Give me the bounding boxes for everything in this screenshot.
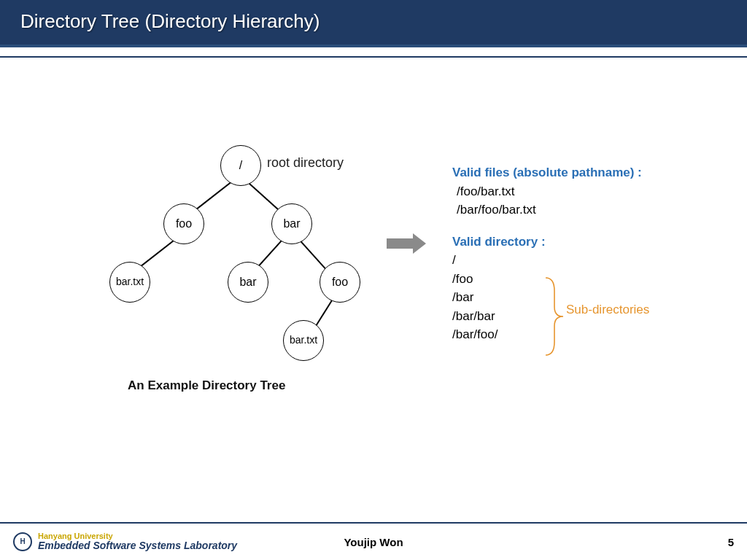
slide-body: / foo bar bar.txt bar foo bar.txt root d… [0, 58, 747, 488]
file-path: /bar/foo/bar.txt [452, 201, 642, 219]
arrow-shaft [387, 238, 413, 249]
arrow-head [413, 233, 426, 254]
file-path: /foo/bar.txt [452, 182, 642, 201]
dir-path: / [452, 251, 642, 270]
root-directory-label: root directory [267, 155, 344, 171]
subdirectories-label: Sub-directories [566, 303, 649, 317]
node-foo-2: foo [320, 262, 360, 303]
page-number: 5 [728, 536, 734, 548]
valid-files-heading: Valid files (absolute pathname) : [452, 163, 642, 182]
node-label: foo [332, 276, 348, 289]
lab-name: Embedded Software Systems Laboratory [38, 540, 237, 551]
university-logo-icon: H [13, 532, 32, 551]
slide-header: Directory Tree (Directory Hierarchy) [0, 0, 747, 47]
node-label: bar [283, 217, 300, 230]
node-label: foo [176, 217, 192, 230]
node-label: bar.txt [290, 335, 317, 346]
node-label: bar [239, 276, 256, 289]
valid-directory-heading: Valid directory : [452, 233, 642, 252]
node-bar: bar [271, 203, 312, 244]
lab-text: Hanyang University Embedded Software Sys… [38, 532, 237, 551]
lab-branding: H Hanyang University Embedded Software S… [13, 532, 237, 551]
node-bartxt-right: bar.txt [283, 320, 324, 361]
node-root: / [220, 145, 261, 186]
node-bar-2: bar [228, 262, 268, 303]
slide-footer: H Hanyang University Embedded Software S… [0, 522, 747, 560]
node-bartxt-left: bar.txt [109, 262, 150, 303]
slide-title: Directory Tree (Directory Hierarchy) [20, 10, 727, 33]
diagram-caption: An Example Directory Tree [128, 378, 285, 393]
author-name: Youjip Won [344, 536, 403, 548]
node-foo: foo [163, 203, 204, 244]
node-label: bar.txt [116, 276, 144, 287]
node-label: / [239, 159, 242, 172]
arrow-icon [387, 233, 426, 254]
brace-icon [543, 276, 565, 357]
directory-tree-diagram: / foo bar bar.txt bar foo bar.txt root d… [117, 145, 365, 378]
